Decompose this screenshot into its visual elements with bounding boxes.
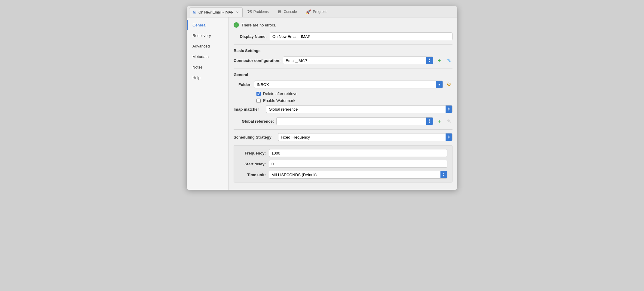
global-reference-label: Global reference: <box>238 119 274 124</box>
start-delay-label: Start delay: <box>239 162 266 166</box>
imap-matcher-row: Imap matcher Global reference ▲▼ <box>234 105 452 113</box>
time-unit-spinner: ▲▼ <box>443 172 445 177</box>
display-name-row: Display Name: <box>234 32 452 40</box>
divider-3 <box>234 129 452 130</box>
tab-email-close[interactable]: ✕ <box>236 11 239 14</box>
delete-after-retrieve-label[interactable]: Delete after retrieve <box>263 91 297 96</box>
general-section-title: General <box>234 72 452 77</box>
scheduling-strategy-spinner: ▲▼ <box>448 135 450 139</box>
imap-matcher-spinner: ▲▼ <box>448 107 450 112</box>
imap-matcher-value: Global reference <box>266 107 446 112</box>
start-delay-input[interactable] <box>269 160 447 168</box>
tab-console-label: Console <box>284 10 297 14</box>
scheduling-strategy-select[interactable]: Fixed Frequency ▲▼ <box>278 133 452 141</box>
sidebar-item-redelivery[interactable]: Redelivery <box>187 30 228 41</box>
divider-2 <box>234 69 452 69</box>
frequency-row: Frequency: <box>239 149 447 157</box>
main-layout: General Redelivery Advanced Metadata Not… <box>187 17 457 190</box>
delete-after-retrieve-checkbox[interactable] <box>256 92 261 96</box>
scheduling-subform: Frequency: Start delay: Time unit: MILLI… <box>234 145 452 182</box>
status-ok-icon: ✓ <box>234 22 239 28</box>
frequency-label: Frequency: <box>239 151 266 155</box>
display-name-label: Display Name: <box>234 34 267 39</box>
edit-connector-button[interactable]: ✎ <box>445 57 452 64</box>
content-area: ✓ There are no errors. Display Name: Bas… <box>229 17 457 190</box>
time-unit-select[interactable]: MILLISECONDS (Default) ▲▼ <box>269 171 447 179</box>
status-message: There are no errors. <box>241 23 276 27</box>
sidebar-item-notes[interactable]: Notes <box>187 62 228 72</box>
time-unit-value: MILLISECONDS (Default) <box>269 173 440 177</box>
scheduling-strategy-value: Fixed Frequency <box>278 135 446 139</box>
divider-1 <box>234 44 452 45</box>
tab-console[interactable]: 🖥 Console <box>273 7 301 17</box>
progress-icon: 🚀 <box>306 9 311 14</box>
folder-dropdown-button[interactable]: ▼ <box>436 81 443 88</box>
enable-watermark-label[interactable]: Enable Watermark <box>263 98 295 103</box>
connector-config-value: Email_IMAP <box>283 58 426 63</box>
global-reference-select[interactable]: ▲▼ <box>276 117 433 125</box>
folder-row: Folder: ▼ ⚙ <box>234 81 452 88</box>
sidebar-advanced-label: Advanced <box>192 44 210 48</box>
add-connector-button[interactable]: + <box>436 57 443 64</box>
problems-icon: 🗺 <box>247 9 252 14</box>
connector-config-spinner: ▲▼ <box>428 58 431 63</box>
global-reference-spinner: ▲▼ <box>428 119 431 124</box>
sidebar-help-label: Help <box>192 75 201 80</box>
time-unit-row: Time unit: MILLISECONDS (Default) ▲▼ <box>239 171 447 179</box>
sidebar: General Redelivery Advanced Metadata Not… <box>187 17 229 190</box>
time-unit-arrow[interactable]: ▲▼ <box>440 171 447 178</box>
edit-global-ref-button[interactable]: ✎ <box>445 118 452 125</box>
enable-watermark-checkbox[interactable] <box>256 99 261 103</box>
basic-settings-title: Basic Settings <box>234 48 452 53</box>
console-icon: 🖥 <box>278 9 282 14</box>
tab-email[interactable]: ✉ On New Email - IMAP ✕ <box>189 7 243 17</box>
folder-input[interactable] <box>254 82 436 87</box>
imap-matcher-label: Imap matcher <box>234 107 264 112</box>
sidebar-item-general[interactable]: General <box>187 20 228 30</box>
tab-progress[interactable]: 🚀 Progress <box>302 7 331 17</box>
folder-gear-button[interactable]: ⚙ <box>445 81 452 88</box>
status-bar: ✓ There are no errors. <box>234 22 452 28</box>
connector-config-label: Connector configuration: <box>234 58 281 63</box>
connector-config-select[interactable]: Email_IMAP ▲▼ <box>283 57 433 64</box>
sidebar-metadata-label: Metadata <box>192 54 209 59</box>
frequency-input[interactable] <box>269 149 447 157</box>
global-reference-arrow[interactable]: ▲▼ <box>426 118 433 125</box>
tab-email-label: On New Email - IMAP <box>198 10 234 14</box>
folder-input-wrap: ▼ <box>254 81 443 88</box>
tab-problems[interactable]: 🗺 Problems <box>243 7 273 17</box>
sidebar-item-advanced[interactable]: Advanced <box>187 41 228 51</box>
scheduling-strategy-arrow[interactable]: ▲▼ <box>446 133 452 141</box>
tab-progress-label: Progress <box>313 10 327 14</box>
connector-config-arrow[interactable]: ▲▼ <box>426 57 433 64</box>
scheduling-strategy-label: Scheduling Strategy <box>234 135 276 139</box>
sidebar-redelivery-label: Redelivery <box>192 33 211 38</box>
email-tab-icon: ✉ <box>193 10 197 15</box>
imap-matcher-select[interactable]: Global reference ▲▼ <box>266 105 452 113</box>
global-reference-row: Global reference: ▲▼ + ✎ <box>234 117 452 125</box>
scheduling-strategy-row: Scheduling Strategy Fixed Frequency ▲▼ <box>234 133 452 141</box>
time-unit-label: Time unit: <box>239 173 266 177</box>
connector-config-row: Connector configuration: Email_IMAP ▲▼ +… <box>234 57 452 64</box>
sidebar-general-label: General <box>192 23 206 27</box>
enable-watermark-row: Enable Watermark <box>234 98 452 103</box>
start-delay-row: Start delay: <box>239 160 447 168</box>
main-window: ✉ On New Email - IMAP ✕ 🗺 Problems 🖥 Con… <box>187 6 457 190</box>
sidebar-item-help[interactable]: Help <box>187 72 228 83</box>
imap-matcher-arrow[interactable]: ▲▼ <box>446 106 452 113</box>
sidebar-notes-label: Notes <box>192 65 203 69</box>
folder-label: Folder: <box>234 82 252 87</box>
add-global-ref-button[interactable]: + <box>436 118 443 125</box>
tab-bar: ✉ On New Email - IMAP ✕ 🗺 Problems 🖥 Con… <box>187 6 457 17</box>
tab-problems-label: Problems <box>253 10 269 14</box>
sidebar-item-metadata[interactable]: Metadata <box>187 51 228 62</box>
display-name-input[interactable] <box>270 32 452 40</box>
delete-after-retrieve-row: Delete after retrieve <box>234 91 452 96</box>
